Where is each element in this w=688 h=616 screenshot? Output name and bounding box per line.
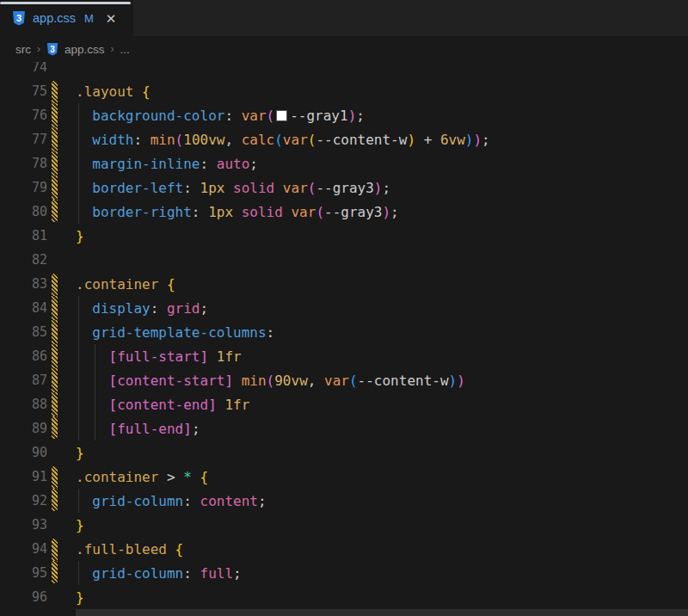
code-text[interactable]: grid-template-columns: bbox=[76, 320, 688, 344]
code-token: ( bbox=[267, 108, 275, 124]
git-modified-indicator[interactable] bbox=[52, 151, 58, 176]
line-number[interactable]: 93 bbox=[0, 517, 47, 533]
code-text[interactable]: .container > * { bbox=[76, 465, 688, 489]
code-text[interactable]: width: min(100vw, calc(var(--content-w) … bbox=[76, 127, 688, 151]
breadcrumb-folder[interactable]: src bbox=[15, 43, 31, 56]
close-icon[interactable]: ✕ bbox=[106, 12, 117, 25]
code-text[interactable] bbox=[76, 62, 688, 79]
code-text[interactable]: border-left: 1px solid var(--gray3); bbox=[76, 176, 688, 200]
code-text[interactable]: [full-end]; bbox=[76, 416, 688, 440]
code-text[interactable]: .layout { bbox=[76, 79, 688, 103]
line-number[interactable]: 95 bbox=[0, 565, 47, 581]
code-text[interactable]: } bbox=[76, 440, 688, 465]
code-text[interactable]: grid-column: full; bbox=[76, 561, 688, 585]
code-line[interactable]: 86 [full-start] 1fr bbox=[0, 344, 688, 368]
code-line[interactable]: 89 [full-end]; bbox=[0, 416, 688, 440]
git-modified-indicator[interactable] bbox=[52, 176, 58, 200]
code-token: { bbox=[200, 469, 209, 485]
code-text[interactable]: display: grid; bbox=[76, 296, 688, 320]
code-line[interactable]: 95 grid-column: full; bbox=[0, 561, 688, 585]
line-number[interactable]: 79 bbox=[0, 180, 47, 195]
code-line[interactable]: 76 background-color: var(--gray1); bbox=[0, 103, 688, 127]
line-number[interactable]: 87 bbox=[0, 373, 47, 388]
code-line[interactable]: 85 grid-template-columns: bbox=[0, 320, 688, 344]
line-number[interactable]: 80 bbox=[0, 204, 47, 219]
code-line[interactable]: 90} bbox=[0, 440, 688, 465]
code-token: grid-column bbox=[92, 565, 183, 582]
git-modified-indicator[interactable] bbox=[52, 296, 58, 320]
code-text[interactable]: } bbox=[76, 513, 688, 537]
code-text[interactable]: } bbox=[76, 585, 688, 609]
git-modified-indicator[interactable] bbox=[52, 466, 58, 489]
color-swatch[interactable] bbox=[277, 111, 286, 120]
code-line[interactable]: 79 border-left: 1px solid var(--gray3); bbox=[0, 176, 688, 200]
git-modified-indicator[interactable] bbox=[52, 200, 58, 222]
git-modified-indicator[interactable] bbox=[52, 320, 58, 344]
code-text[interactable]: background-color: var(--gray1); bbox=[76, 103, 688, 127]
code-line[interactable]: 94.full-bleed { bbox=[0, 537, 688, 561]
line-number[interactable]: 81 bbox=[0, 228, 47, 243]
code-line[interactable]: 74 bbox=[0, 62, 688, 79]
code-line[interactable]: 83.container { bbox=[0, 272, 688, 296]
code-text[interactable] bbox=[76, 248, 688, 272]
line-number[interactable]: 77 bbox=[0, 132, 47, 147]
breadcrumb-symbol[interactable]: ... bbox=[120, 43, 130, 56]
code-line[interactable]: 75.layout { bbox=[0, 79, 688, 103]
git-modified-indicator[interactable] bbox=[52, 489, 58, 511]
line-number[interactable]: 92 bbox=[0, 493, 47, 508]
git-modified-indicator[interactable] bbox=[52, 103, 58, 127]
code-line[interactable]: 84 display: grid; bbox=[0, 296, 688, 320]
code-line[interactable]: 77 width: min(100vw, calc(var(--content-… bbox=[0, 127, 688, 151]
line-number[interactable]: 84 bbox=[0, 300, 47, 316]
code-token: : bbox=[150, 300, 167, 317]
line-number[interactable]: 74 bbox=[0, 62, 47, 75]
git-modified-indicator[interactable] bbox=[52, 274, 58, 296]
git-modified-indicator[interactable] bbox=[52, 561, 58, 583]
code-line[interactable]: 78 margin-inline: auto; bbox=[0, 151, 688, 176]
code-text[interactable]: border-right: 1px solid var(--gray3); bbox=[76, 200, 688, 224]
code-line[interactable]: 96} bbox=[0, 585, 688, 609]
breadcrumb-file[interactable]: app.css bbox=[64, 43, 105, 56]
code-text[interactable]: } bbox=[76, 224, 688, 248]
code-line[interactable]: 87 [content-start] min(90vw, var(--conte… bbox=[0, 368, 688, 392]
code-line[interactable]: 88 [content-end] 1fr bbox=[0, 392, 688, 416]
git-modified-indicator[interactable] bbox=[52, 81, 58, 103]
line-number[interactable]: 83 bbox=[0, 276, 47, 292]
git-modified-indicator[interactable] bbox=[52, 368, 58, 392]
code-text[interactable]: [full-start] 1fr bbox=[76, 344, 688, 368]
line-number[interactable]: 75 bbox=[0, 83, 47, 99]
line-number[interactable]: 76 bbox=[0, 108, 47, 123]
line-number[interactable]: 89 bbox=[0, 421, 47, 436]
line-number[interactable]: 96 bbox=[0, 589, 47, 605]
tab-app-css[interactable]: 3 app.css M ✕ bbox=[0, 0, 133, 36]
line-number[interactable]: 78 bbox=[0, 156, 47, 171]
code-text[interactable]: [content-start] min(90vw, var(--content-… bbox=[76, 368, 688, 392]
line-number[interactable]: 90 bbox=[0, 445, 47, 460]
code-line[interactable]: 91.container > * { bbox=[0, 465, 688, 489]
line-number[interactable]: 91 bbox=[0, 469, 47, 484]
git-modified-indicator[interactable] bbox=[52, 344, 58, 368]
code-line[interactable]: 80 border-right: 1px solid var(--gray3); bbox=[0, 200, 688, 224]
code-text[interactable]: [content-end] 1fr bbox=[76, 392, 688, 416]
line-number[interactable]: 88 bbox=[0, 397, 47, 412]
line-number[interactable]: 82 bbox=[0, 252, 47, 268]
git-modified-indicator[interactable] bbox=[52, 416, 58, 439]
code-text[interactable]: margin-inline: auto; bbox=[76, 151, 688, 176]
git-modified-indicator[interactable] bbox=[52, 392, 58, 416]
indent-guide bbox=[78, 392, 79, 416]
code-line[interactable]: 93} bbox=[0, 513, 688, 537]
code-text[interactable]: .full-bleed { bbox=[76, 537, 688, 561]
line-number[interactable]: 86 bbox=[0, 348, 47, 364]
horizontal-scrollbar[interactable] bbox=[76, 609, 688, 616]
code-text[interactable]: .container { bbox=[76, 272, 688, 296]
code-line[interactable]: 82 bbox=[0, 248, 688, 272]
git-modified-indicator[interactable] bbox=[52, 539, 58, 561]
git-modified-indicator[interactable] bbox=[52, 127, 58, 151]
code-token: full bbox=[200, 565, 234, 582]
code-line[interactable]: 92 grid-column: content; bbox=[0, 489, 688, 513]
line-number[interactable]: 94 bbox=[0, 541, 47, 557]
line-number[interactable]: 85 bbox=[0, 324, 47, 340]
code-line[interactable]: 81} bbox=[0, 224, 688, 248]
code-text[interactable]: grid-column: content; bbox=[76, 489, 688, 513]
code-editor[interactable]: 7475.layout {76 background-color: var(--… bbox=[0, 62, 688, 616]
